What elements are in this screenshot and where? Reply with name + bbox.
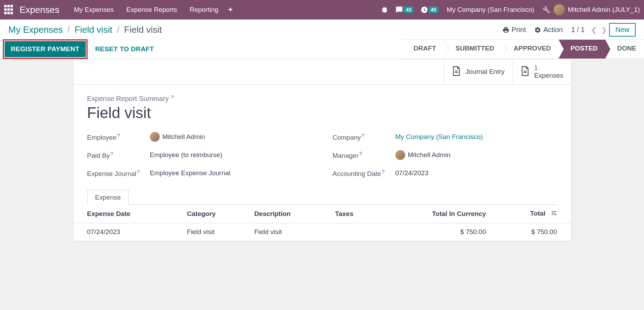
nav-expense-reports[interactable]: Expense Reports: [120, 6, 183, 14]
cell-date: 07/24/2023: [73, 223, 182, 241]
status-done[interactable]: DONE: [605, 40, 644, 59]
paidby-value: Employee (to reimburse): [150, 151, 222, 159]
accdate-label: Accounting Date: [333, 170, 381, 177]
journal-value: Employee Expense Journal: [150, 169, 230, 177]
nav-my-expenses[interactable]: My Expenses: [68, 6, 120, 14]
stat-expenses[interactable]: 1 Expenses: [512, 59, 571, 84]
status-approved[interactable]: APPROVED: [502, 40, 559, 59]
activities-badge: 45: [429, 7, 439, 13]
help-icon[interactable]: ?: [382, 169, 385, 175]
top-nav: Expenses My Expenses Expense Reports Rep…: [0, 0, 644, 20]
user-menu[interactable]: Mitchell Admin (JULY_1): [554, 4, 640, 15]
cell-description: Field visit: [249, 223, 330, 241]
status-track: DRAFT SUBMITTED APPROVED POSTED DONE: [402, 39, 644, 59]
breadcrumb-current: Field visit: [124, 24, 162, 35]
action-button[interactable]: Action: [534, 26, 563, 34]
breadcrumb: My Expenses / Field visit / Field visit: [8, 24, 162, 35]
help-icon[interactable]: ?: [117, 133, 120, 138]
highlight-box: REGISTER PAYMENT: [3, 39, 88, 59]
user-avatar: [554, 4, 565, 15]
stat-journal-entry[interactable]: Journal Entry: [444, 59, 512, 84]
avatar: [395, 150, 405, 160]
print-icon: [502, 26, 509, 33]
paidby-label: Paid By: [87, 152, 110, 159]
document-icon: [520, 66, 530, 78]
th-date[interactable]: Expense Date: [73, 205, 182, 223]
pager-text: 1 / 1: [571, 26, 585, 34]
manager-value[interactable]: Mitchell Admin: [395, 150, 451, 160]
breadcrumb-root[interactable]: My Expenses: [8, 24, 63, 35]
tab-expense[interactable]: Expense: [87, 190, 129, 205]
debug-icon[interactable]: [381, 6, 388, 14]
accdate-value: 07/24/2023: [395, 169, 429, 177]
help-icon[interactable]: ?: [171, 94, 174, 100]
expense-table: Expense Date Category Description Taxes …: [73, 205, 571, 241]
stat-buttons: Journal Entry 1 Expenses: [73, 59, 571, 85]
cell-category: Field visit: [182, 223, 249, 241]
status-posted[interactable]: POSTED: [559, 40, 605, 59]
status-submitted[interactable]: SUBMITTED: [444, 40, 502, 59]
gear-icon: [534, 26, 541, 33]
reset-to-draft-button[interactable]: RESET TO DRAFT: [89, 39, 160, 59]
nav-reporting[interactable]: Reporting: [183, 6, 225, 14]
app-brand[interactable]: Expenses: [20, 5, 59, 15]
th-total[interactable]: Total: [491, 205, 571, 223]
activities-icon[interactable]: 45: [421, 6, 439, 14]
form-sheet: Journal Entry 1 Expenses Expense Report …: [73, 59, 571, 241]
avatar: [150, 132, 160, 142]
register-payment-button[interactable]: REGISTER PAYMENT: [5, 41, 86, 57]
table-row[interactable]: 07/24/2023 Field visit Field visit $ 750…: [73, 223, 571, 241]
cell-taxes: [330, 223, 379, 241]
tools-icon[interactable]: [543, 6, 550, 14]
th-category[interactable]: Category: [182, 205, 249, 223]
subheader: My Expenses / Field visit / Field visit …: [0, 20, 644, 39]
th-description[interactable]: Description: [249, 205, 330, 223]
company-label: Company: [333, 134, 361, 141]
status-draft[interactable]: DRAFT: [402, 40, 444, 59]
cell-total-currency: $ 750.00: [379, 223, 491, 241]
pager-prev[interactable]: ❮: [591, 26, 597, 34]
help-icon[interactable]: ?: [111, 151, 113, 156]
breadcrumb-parent[interactable]: Field visit: [75, 24, 112, 35]
cell-total: $ 750.00: [491, 223, 571, 241]
help-icon[interactable]: ?: [359, 151, 362, 156]
company-value[interactable]: My Company (San Francisco): [395, 133, 483, 141]
messages-badge: 43: [404, 7, 414, 13]
new-button[interactable]: New: [609, 23, 636, 37]
journal-label: Expense Journal: [87, 170, 137, 177]
messages-icon[interactable]: 43: [395, 6, 414, 14]
apps-icon[interactable]: [4, 5, 14, 15]
user-name: Mitchell Admin (JULY_1): [568, 6, 640, 14]
employee-value[interactable]: Mitchell Admin: [150, 132, 205, 142]
employee-label: Employee: [87, 134, 117, 141]
record-title: Field visit: [87, 104, 557, 122]
button-row: REGISTER PAYMENT RESET TO DRAFT DRAFT SU…: [0, 39, 644, 59]
columns-adjust-icon[interactable]: [551, 210, 557, 218]
company-selector[interactable]: My Company (San Francisco): [447, 6, 534, 14]
pager-next[interactable]: ❯: [601, 26, 607, 34]
plus-icon[interactable]: +: [228, 5, 233, 14]
help-icon[interactable]: ?: [362, 133, 364, 138]
th-taxes[interactable]: Taxes: [330, 205, 379, 223]
help-icon[interactable]: ?: [137, 169, 140, 175]
th-total-currency[interactable]: Total In Currency: [379, 205, 491, 223]
document-icon: [452, 66, 461, 78]
print-button[interactable]: Print: [502, 26, 526, 34]
manager-label: Manager: [333, 152, 359, 159]
section-label: Expense Report Summary: [87, 95, 169, 102]
